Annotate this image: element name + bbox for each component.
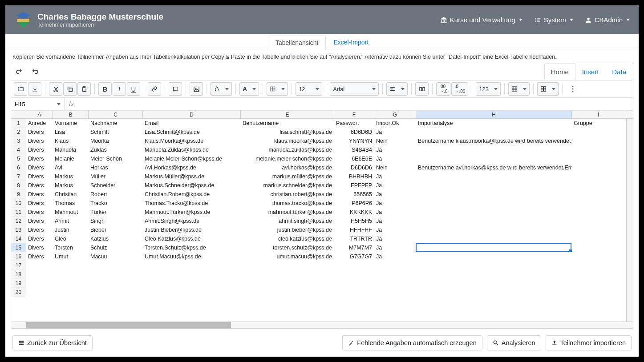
cell[interactable]: Benutzername (241, 119, 334, 128)
cell[interactable]: Zuklas (89, 145, 143, 154)
cell[interactable]: Ja (374, 128, 416, 137)
cell[interactable] (572, 261, 625, 270)
cellformat-button[interactable] (537, 82, 559, 96)
cell[interactable] (416, 190, 572, 199)
cell[interactable] (416, 261, 572, 270)
cell[interactable]: Nein (374, 163, 416, 172)
formula-input[interactable] (78, 98, 633, 110)
cell[interactable]: Avi.Horkas@kpss.de (143, 163, 241, 172)
cell[interactable] (53, 261, 89, 270)
cell[interactable] (334, 279, 374, 288)
row-header[interactable]: 2 (11, 128, 26, 137)
cell[interactable]: Lisa (53, 128, 89, 137)
col-header-A[interactable]: A (26, 111, 53, 118)
row-header[interactable]: 12 (11, 217, 26, 225)
cell[interactable]: Schulz (89, 243, 143, 252)
row-header[interactable]: 4 (11, 145, 26, 154)
row-header[interactable]: 11 (11, 208, 26, 217)
cell[interactable]: Manuela.Zuklas@kpss.de (143, 145, 241, 154)
cell[interactable] (53, 270, 89, 279)
undo-button[interactable] (13, 65, 25, 78)
cell[interactable]: S4S4S4 (334, 145, 374, 154)
sheet-tab-data[interactable]: Data (605, 63, 633, 80)
cell[interactable]: Cleo (53, 234, 89, 243)
col-header-C[interactable]: C (89, 111, 143, 118)
cell[interactable]: Mahmout (53, 208, 89, 217)
cell[interactable]: Justin.Bieber@kpss.de (143, 225, 241, 234)
cell[interactable] (572, 217, 625, 225)
col-header-F[interactable]: F (334, 111, 374, 118)
cell[interactable]: Divers (26, 181, 53, 190)
cell[interactable]: Divers (26, 217, 53, 225)
cell[interactable]: Horkas (89, 163, 143, 172)
cell[interactable]: Umut (53, 252, 89, 261)
cell[interactable]: HFHFHF (334, 225, 374, 234)
cell[interactable]: Markus.Müller@kpss.de (143, 172, 241, 181)
cell[interactable]: Christian (53, 190, 89, 199)
cell[interactable]: Türker (89, 208, 143, 217)
row-header[interactable]: 14 (11, 234, 26, 243)
select-all-corner[interactable] (11, 111, 26, 118)
cell[interactable]: Mahmout.Türker@kpss.de (143, 208, 241, 217)
cell[interactable]: 656565 (334, 190, 374, 199)
open-button[interactable] (14, 82, 27, 96)
cell[interactable]: ahmit.singh@kpss.de (241, 217, 334, 225)
cell[interactable]: Markus.Schneider@kpss.de (143, 181, 241, 190)
copy-button[interactable] (63, 82, 77, 96)
cell[interactable]: cleo.katzlus@kpss.de (241, 234, 334, 243)
borders-button[interactable] (267, 82, 288, 96)
cell[interactable]: torsten.schulz@kpss.de (241, 243, 334, 252)
cell[interactable]: Ja (374, 199, 416, 208)
cell[interactable]: 6D6D6D (334, 128, 374, 137)
row-header[interactable]: 16 (11, 252, 26, 261)
cell[interactable]: G7G7G7 (334, 252, 374, 261)
cell[interactable]: Melanie.Meier-Schön@kpss.de (143, 154, 241, 163)
cell[interactable]: Markus (53, 181, 89, 190)
cell[interactable] (416, 145, 572, 154)
cell[interactable] (572, 270, 625, 279)
cell[interactable]: mahmout.türker@kpss.de (241, 208, 334, 217)
tab-excel-import[interactable]: Excel-Import (326, 35, 376, 49)
cell[interactable] (416, 128, 572, 137)
cell[interactable]: Singh (89, 217, 143, 225)
nav-courses[interactable]: Kurse und Verwaltung (440, 16, 522, 24)
cell[interactable] (241, 279, 334, 288)
cell[interactable]: Robert (89, 190, 143, 199)
decimal-inc-button[interactable]: .0→.00 (451, 82, 468, 96)
cell[interactable]: KKKKKK (334, 208, 374, 217)
col-header-I[interactable]: I (572, 111, 625, 118)
cell[interactable]: D6D6D6 (334, 163, 374, 172)
back-button[interactable]: Zurück zur Übersicht (12, 335, 93, 350)
cell[interactable]: Divers (26, 234, 53, 243)
redo-button[interactable] (29, 65, 41, 78)
cell[interactable] (416, 181, 572, 190)
cell[interactable] (572, 181, 625, 190)
cell[interactable]: klaus.moorka@kpss.de (241, 137, 334, 145)
fillcolor-button[interactable] (211, 82, 232, 96)
cell[interactable] (416, 252, 572, 261)
row-header[interactable]: 7 (11, 172, 26, 181)
cell[interactable]: Ja (374, 181, 416, 190)
cell[interactable]: YNYNYN (334, 137, 374, 145)
cell[interactable] (572, 288, 625, 297)
cell[interactable] (374, 261, 416, 270)
cell[interactable]: BHBHBH (334, 172, 374, 181)
image-button[interactable] (190, 82, 203, 96)
cell[interactable]: Christian.Robert@kpss.de (143, 190, 241, 199)
cell[interactable] (572, 208, 625, 217)
merge-button[interactable] (415, 82, 429, 96)
cell[interactable] (572, 163, 625, 172)
row-header[interactable]: 6 (11, 163, 26, 172)
cell[interactable] (416, 172, 572, 181)
cell[interactable]: Melanie (53, 154, 89, 163)
row-header[interactable]: 8 (11, 181, 26, 190)
col-header-B[interactable]: B (53, 111, 89, 118)
link-button[interactable] (148, 82, 161, 96)
cell[interactable]: Divers (26, 137, 53, 145)
cell[interactable]: thomas.tracko@kpss.de (241, 199, 334, 208)
cell[interactable]: Divers (26, 252, 53, 261)
cell[interactable]: ImportOk (374, 119, 416, 128)
cell[interactable]: P6P6P6 (334, 199, 374, 208)
cell[interactable] (416, 234, 572, 243)
cell[interactable]: Ahmit.Singh@kpss.de (143, 217, 241, 225)
